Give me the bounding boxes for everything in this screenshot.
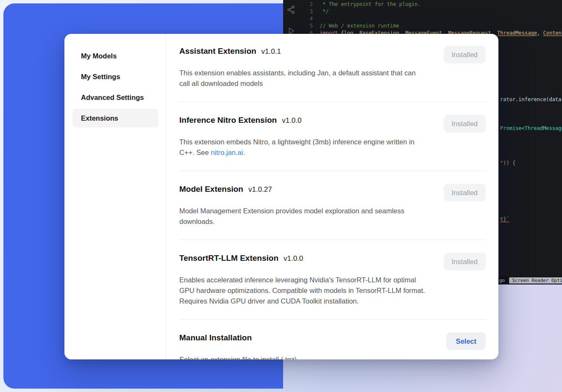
code-lines: 2 * The entrypoint for the plugin.3 */45… [299, 1, 562, 37]
installed-button[interactable]: Installed [444, 253, 486, 271]
manual-installation-section: Manual Installation Select Select an ext… [179, 332, 486, 359]
code-fragment: rator.inference(data)); [500, 97, 562, 102]
extension-section-model: Model Extension v1.0.27 Installed Model … [179, 184, 486, 227]
extension-title-row: Model Extension v1.0.27 [179, 184, 272, 195]
line-number: 3 [299, 8, 313, 15]
extension-name: TensortRT-LLM Extension [179, 253, 278, 264]
line-number: 5 [299, 22, 313, 30]
code-fragment: Promise<ThreadMessage> [500, 125, 562, 131]
extension-section-inference-nitro: Inference Nitro Extension v1.0.0 Install… [179, 115, 486, 158]
code-text: // Web / extension runtime [320, 22, 399, 30]
extension-description: Model Management Extension provides mode… [179, 206, 426, 227]
extension-version: v1.0.1 [262, 47, 281, 56]
line-number: 2 [299, 1, 313, 8]
code-text: */ [320, 8, 329, 15]
code-fragment: ")) { [500, 160, 515, 166]
extension-title-row: Assistant Extension v1.0.1 [179, 46, 281, 57]
installed-button[interactable]: Installed [444, 184, 486, 202]
installed-button[interactable]: Installed [444, 115, 486, 133]
extension-description: This extension enables assistants, inclu… [179, 68, 426, 89]
extension-description: Enables accelerated inference leveraging… [179, 275, 426, 306]
code-fragment: t}` [500, 216, 509, 222]
source-control-icon[interactable] [286, 5, 296, 15]
manual-installation-title: Manual Installation [179, 332, 252, 343]
code-text: * The entrypoint for the plugin. [320, 1, 420, 8]
section-divider [179, 319, 486, 320]
installed-button[interactable]: Installed [444, 46, 486, 63]
extension-description: This extension embeds Nitro, a lightweig… [179, 137, 426, 158]
settings-modal: My Models My Settings Advanced Settings … [64, 34, 498, 359]
code-line: 5// Web / extension runtime [299, 22, 562, 30]
extension-name: Inference Nitro Extension [179, 115, 277, 126]
code-line: 3 */ [299, 8, 562, 15]
manual-installation-description: Select an extension file to install (.tg… [179, 354, 426, 359]
desktop-background: { "sidebar": { "items": [ { "label": "My… [0, 0, 562, 392]
section-divider [179, 102, 486, 102]
extension-title-row: TensortRT-LLM Extension v1.0.0 [179, 253, 303, 264]
code-line: 4 [299, 15, 562, 22]
line-number: 4 [299, 15, 313, 22]
status-text: go [499, 278, 505, 283]
extension-version: v1.0.0 [282, 116, 301, 125]
extension-section-assistant: Assistant Extension v1.0.1 Installed Thi… [179, 46, 486, 89]
extensions-panel: Assistant Extension v1.0.1 Installed Thi… [166, 34, 498, 359]
section-divider [179, 171, 486, 171]
code-line: 2 * The entrypoint for the plugin. [299, 1, 562, 8]
section-divider [179, 240, 486, 240]
sidebar-item-my-settings[interactable]: My Settings [72, 67, 159, 86]
extension-title-row: Inference Nitro Extension v1.0.0 [179, 115, 301, 126]
screen-reader-optimized-button[interactable]: Screen Reader Optimized [509, 277, 562, 284]
sidebar-item-my-models[interactable]: My Models [72, 47, 159, 65]
extension-section-tensorrt-llm: TensortRT-LLM Extension v1.0.0 Installed… [179, 253, 486, 306]
settings-sidebar: My Models My Settings Advanced Settings … [64, 34, 166, 359]
sidebar-item-extensions[interactable]: Extensions [72, 109, 159, 127]
nitro-jan-ai-link[interactable]: nitro.jan.ai. [211, 149, 245, 156]
extension-name: Model Extension [179, 184, 243, 195]
extension-version: v1.0.27 [248, 185, 272, 194]
extension-version: v1.0.0 [284, 254, 303, 263]
sidebar-item-advanced-settings[interactable]: Advanced Settings [72, 88, 159, 107]
select-button[interactable]: Select [446, 332, 486, 350]
extension-name: Assistant Extension [179, 46, 256, 57]
